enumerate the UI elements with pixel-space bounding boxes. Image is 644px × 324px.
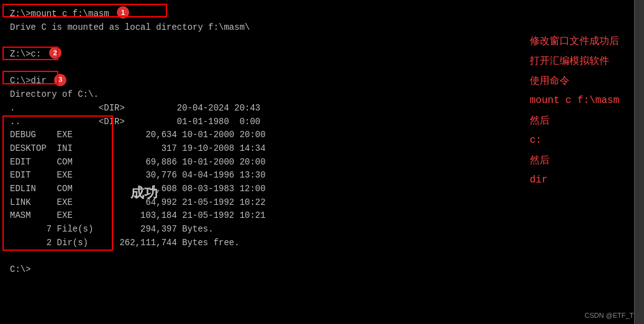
terminal-line-15: LINK EXE 64,992 21-05-1992 10:22 [10,196,634,210]
badge-2: 2 [49,47,61,59]
annotation-line-2: 打开汇编模拟软件 [530,51,619,71]
line13-text: EDIT EXE 30,776 04-04-1996 13:30 [10,170,266,180]
annotation-panel: 修改窗口文件成功后 打开汇编模拟软件 使用命令 mount c f:\masm … [530,31,619,190]
terminal-line-blank3 [10,250,634,263]
line9-text: .. <DIR> 01-01-1980 0:00 [10,117,260,127]
line8-text: . <DIR> 20-04-2024 20:43 [10,103,260,113]
success-label: 成功 [130,184,158,202]
terminal-window: Z:\>mount c f:\masm 1 Drive C is mounted… [0,0,644,324]
annotation-line-4: mount c f:\masm [530,91,619,110]
terminal-line-1: Z:\>mount c f:\masm 1 [10,7,634,21]
annotation-line-5: 然后 [530,110,619,130]
line4-text: Z:\>c: [10,49,41,59]
line2-text: Drive C is mounted as local directory f:… [10,22,250,32]
annotation-line-6: c: [530,130,619,150]
scrollbar[interactable] [634,0,644,324]
badge-1: 1 [117,6,129,19]
line10-text: DEBUG EXE 20,634 10-01-2000 20:00 [10,130,266,140]
terminal-line-17: 7 File(s) 294,397 Bytes. [10,223,634,236]
line18-text: 2 Dir(s) 262,111,744 Bytes free. [10,238,240,248]
annotation-line-1: 修改窗口文件成功后 [530,31,619,51]
watermark: CSDN @ETF_TT [584,312,638,319]
line6-text: C:\>dir [10,76,47,86]
annotation-line-7: 然后 [530,150,619,170]
line20-text: C:\> [10,264,31,274]
line7-text: Directory of C:\. [10,89,99,99]
line12-text: EDIT COM 69,886 10-01-2000 20:00 [10,157,266,167]
line1-text: Z:\>mount c f:\masm [10,9,109,19]
line16-text: MASM EXE 103,184 21-05-1992 10:21 [10,210,266,220]
annotation-line-8: dir [530,170,619,190]
terminal-line-16: MASM EXE 103,184 21-05-1992 10:21 [10,209,634,223]
badge-3: 3 [54,74,66,86]
line11-text: DESKTOP INI 317 19-10-2008 14:34 [10,143,266,153]
terminal-line-18: 2 Dir(s) 262,111,744 Bytes free. [10,236,634,250]
line17-text: 7 File(s) 294,397 Bytes. [10,224,214,234]
terminal-line-20: C:\> [10,263,634,277]
annotation-line-3: 使用命令 [530,71,619,91]
